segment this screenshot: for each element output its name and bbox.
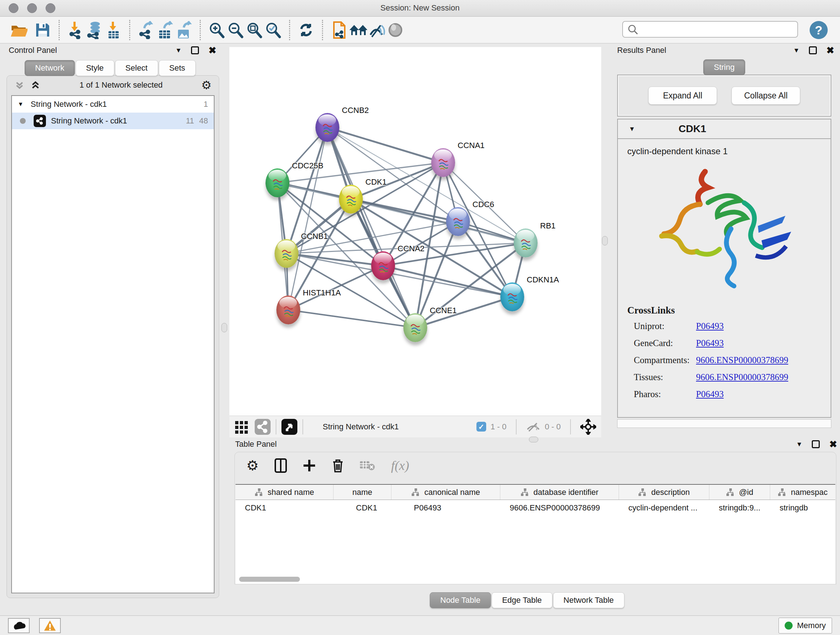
- birdseye-view-button[interactable]: [281, 419, 297, 435]
- table-horizontal-scrollbar[interactable]: [239, 577, 827, 582]
- collapse-all-button[interactable]: Collapse All: [731, 87, 800, 105]
- open-session-button[interactable]: [9, 20, 28, 40]
- cell-name[interactable]: CDK1: [333, 500, 392, 516]
- tissues-link[interactable]: 9606.ENSP00000378699: [696, 372, 788, 382]
- tab-string-results[interactable]: String: [703, 59, 745, 75]
- network-node[interactable]: [446, 207, 470, 236]
- expand-all-icon[interactable]: [30, 80, 41, 90]
- cell-canonical-name[interactable]: P06493: [392, 500, 500, 516]
- search-input[interactable]: [642, 25, 797, 34]
- results-panel-menu-caret-icon[interactable]: ▼: [793, 47, 799, 54]
- export-table-button[interactable]: [156, 20, 174, 40]
- network-row[interactable]: String Network - cdk1 11 48: [12, 112, 214, 129]
- collection-expand-caret-icon[interactable]: ▼: [18, 101, 24, 108]
- cell-id[interactable]: stringdb:9...: [709, 500, 770, 516]
- import-network-button[interactable]: [66, 20, 85, 40]
- network-node[interactable]: [316, 113, 339, 142]
- add-column-icon[interactable]: [303, 459, 316, 472]
- control-panel-menu-caret-icon[interactable]: ▼: [175, 47, 182, 54]
- tab-node-table[interactable]: Node Table: [430, 592, 491, 608]
- column-header-namespace[interactable]: namespac: [770, 485, 835, 500]
- table-panel-float-button[interactable]: [812, 440, 820, 448]
- cell-database-identifier[interactable]: 9606.ENSP00000378699: [500, 500, 619, 516]
- tab-network[interactable]: Network: [25, 60, 75, 76]
- column-header-database-identifier[interactable]: database identifier: [500, 485, 619, 500]
- function-builder-icon[interactable]: f(x): [391, 458, 409, 473]
- expand-all-button[interactable]: Expand All: [648, 87, 717, 105]
- table-panel-menu-caret-icon[interactable]: ▼: [796, 440, 802, 448]
- network-options-gear-icon[interactable]: ⚙: [201, 78, 212, 92]
- network-node[interactable]: [403, 313, 427, 342]
- table-row[interactable]: CDK1 CDK1 P06493 9606.ENSP00000378699 cy…: [235, 500, 835, 516]
- tab-style[interactable]: Style: [76, 60, 114, 76]
- network-node[interactable]: [265, 168, 289, 197]
- network-node[interactable]: [431, 148, 455, 177]
- right-splitter-handle[interactable]: [602, 236, 608, 245]
- toolbar-search[interactable]: [622, 21, 798, 38]
- warning-status-button[interactable]: [39, 618, 61, 633]
- column-header-description[interactable]: description: [619, 485, 709, 500]
- tab-network-table[interactable]: Network Table: [553, 592, 624, 608]
- tab-select[interactable]: Select: [115, 60, 158, 76]
- scrollbar-thumb[interactable]: [239, 577, 300, 582]
- collapse-all-icon[interactable]: [14, 80, 25, 90]
- network-collection-row[interactable]: ▼ String Network - cdk1 1: [12, 96, 214, 112]
- home-button[interactable]: [348, 20, 367, 40]
- zoom-in-button[interactable]: [207, 20, 226, 40]
- results-scrollbar-track[interactable]: [617, 419, 831, 428]
- network-node[interactable]: [275, 239, 298, 268]
- results-panel-float-button[interactable]: [809, 46, 817, 54]
- cell-description[interactable]: cyclin-dependent ...: [619, 500, 709, 516]
- import-network-from-database-button[interactable]: [85, 20, 104, 40]
- results-panel-close-button[interactable]: ✖: [826, 46, 834, 55]
- cell-namespace[interactable]: stringdb: [770, 500, 835, 516]
- delete-table-icon[interactable]: [360, 460, 375, 471]
- share-icon: [255, 419, 271, 435]
- network-node[interactable]: [500, 282, 524, 311]
- string-view-button[interactable]: [255, 419, 271, 435]
- network-node[interactable]: [339, 185, 363, 214]
- column-header-canonical-name[interactable]: canonical name: [392, 485, 500, 500]
- control-panel-close-button[interactable]: ✖: [208, 46, 216, 55]
- table-panel-close-button[interactable]: ✖: [829, 440, 837, 449]
- sphere-view-button[interactable]: [386, 20, 405, 40]
- compartments-link[interactable]: 9606.ENSP00000378699: [696, 355, 788, 365]
- tree-attr-icon: [411, 488, 420, 497]
- cloud-status-button[interactable]: [8, 618, 30, 633]
- tab-edge-table[interactable]: Edge Table: [492, 592, 553, 608]
- cell-shared-name[interactable]: CDK1: [235, 500, 333, 516]
- delete-column-icon[interactable]: [332, 458, 344, 473]
- tab-sets[interactable]: Sets: [159, 60, 196, 76]
- save-session-button[interactable]: [33, 20, 52, 40]
- memory-button[interactable]: Memory: [778, 618, 832, 633]
- zoom-selected-button[interactable]: [264, 20, 283, 40]
- fit-selected-crosshair-icon[interactable]: [580, 419, 596, 435]
- uniprot-link[interactable]: P06493: [696, 321, 723, 331]
- grid-view-button[interactable]: [234, 420, 249, 434]
- selected-checkbox-icon[interactable]: ✓: [477, 422, 486, 432]
- export-network-button[interactable]: [137, 20, 156, 40]
- import-table-button[interactable]: [104, 20, 123, 40]
- column-header-id[interactable]: @id: [709, 485, 770, 500]
- zoom-fit-button[interactable]: [245, 20, 264, 40]
- import-string-file-button[interactable]: [330, 20, 348, 40]
- network-node[interactable]: [276, 295, 300, 325]
- pharos-link[interactable]: P06493: [696, 389, 723, 399]
- gene-card-collapse-caret-icon[interactable]: ▼: [629, 125, 635, 133]
- column-header-shared-name[interactable]: shared name: [235, 485, 333, 500]
- current-network-name: String Network - cdk1: [323, 422, 399, 432]
- refresh-button[interactable]: [297, 20, 316, 40]
- export-image-button[interactable]: [174, 20, 193, 40]
- network-canvas[interactable]: CCNB2CCNA1CDC25BCDK1CDC6RB1CCNB1CCNA2CDK…: [229, 47, 601, 416]
- network-node[interactable]: [371, 251, 395, 280]
- control-panel-float-button[interactable]: [191, 46, 199, 54]
- show-columns-icon[interactable]: [275, 458, 287, 473]
- hide-panel-button[interactable]: [367, 20, 386, 40]
- zoom-out-button[interactable]: [226, 20, 245, 40]
- column-header-name[interactable]: name: [333, 485, 392, 500]
- network-node[interactable]: [514, 228, 538, 257]
- table-options-gear-icon[interactable]: ⚙: [246, 458, 259, 473]
- left-splitter-handle[interactable]: [221, 323, 227, 333]
- help-button[interactable]: ?: [810, 21, 828, 39]
- genecard-link[interactable]: P06493: [696, 338, 723, 348]
